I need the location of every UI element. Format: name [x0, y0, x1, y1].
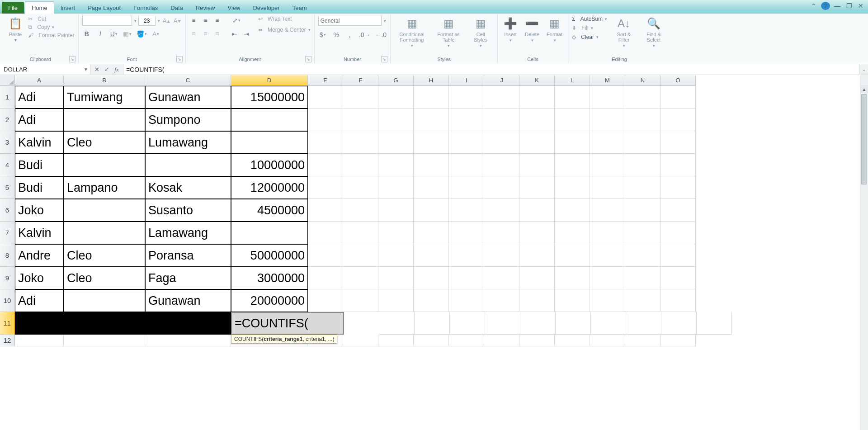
cell-H4[interactable]: [414, 154, 449, 176]
cell-L11[interactable]: [591, 312, 626, 335]
format-painter-button[interactable]: 🖌 Format Painter: [27, 32, 75, 39]
cell-N1[interactable]: [625, 86, 660, 109]
italic-button[interactable]: I: [96, 29, 105, 38]
cell-K12[interactable]: [519, 335, 555, 346]
font-name-input[interactable]: [82, 16, 132, 26]
cell-D5[interactable]: 12000000: [231, 176, 308, 199]
row-header-9[interactable]: 9: [0, 267, 15, 289]
font-launcher[interactable]: ↘: [176, 56, 183, 62]
paste-button[interactable]: 📋 Paste ▼: [5, 15, 25, 43]
cell-F4[interactable]: [343, 154, 378, 176]
decrease-indent-icon[interactable]: ⇤: [230, 29, 239, 38]
grow-font-icon[interactable]: A▴: [162, 16, 171, 25]
cell-H12[interactable]: [414, 335, 449, 346]
scroll-up-icon[interactable]: ▲: [860, 85, 868, 93]
column-header-H[interactable]: H: [414, 75, 449, 86]
cell-H10[interactable]: [414, 289, 449, 312]
column-header-D[interactable]: D: [231, 75, 308, 86]
cell-L9[interactable]: [555, 267, 590, 289]
cell-I9[interactable]: [449, 267, 484, 289]
cell-J5[interactable]: [484, 176, 519, 199]
cell-A10[interactable]: Adi: [15, 289, 64, 312]
cell-D9[interactable]: 3000000: [231, 267, 308, 289]
font-size-input[interactable]: [138, 16, 156, 26]
cell-I8[interactable]: [449, 244, 484, 267]
tab-formulas[interactable]: Formulas: [127, 2, 164, 14]
cell-F8[interactable]: [343, 244, 378, 267]
cell-J8[interactable]: [484, 244, 519, 267]
row-header-4[interactable]: 4: [0, 154, 15, 176]
minimize-icon[interactable]: —: [833, 2, 842, 10]
cell-J10[interactable]: [484, 289, 519, 312]
tab-page-layout[interactable]: Page Layout: [81, 2, 127, 14]
cell-C9[interactable]: Faga: [145, 267, 231, 289]
column-header-E[interactable]: E: [308, 75, 343, 86]
cell-B4[interactable]: [64, 154, 145, 176]
cell-K1[interactable]: [519, 86, 555, 109]
clear-button[interactable]: ◇ Clear▾: [571, 33, 608, 41]
cell-B3[interactable]: Cleo: [64, 131, 145, 154]
cell-H9[interactable]: [414, 267, 449, 289]
cell-D4[interactable]: 10000000: [231, 154, 308, 176]
clipboard-launcher[interactable]: ↘: [69, 56, 75, 62]
cell-G8[interactable]: [378, 244, 414, 267]
cell-F12[interactable]: [343, 335, 378, 346]
cell-O4[interactable]: [660, 154, 696, 176]
cell-A1[interactable]: Adi: [15, 86, 64, 109]
cell-H6[interactable]: [414, 199, 449, 222]
delete-cells-button[interactable]: ➖Delete▾: [522, 15, 542, 43]
cell-J6[interactable]: [484, 199, 519, 222]
cell-A2[interactable]: Adi: [15, 109, 64, 131]
cell-N5[interactable]: [625, 176, 660, 199]
cell-L2[interactable]: [555, 109, 590, 131]
decrease-decimal-button[interactable]: ←.0: [375, 30, 387, 39]
cell-A3[interactable]: Kalvin: [15, 131, 64, 154]
cell-O12[interactable]: [660, 335, 696, 346]
align-middle-icon[interactable]: ≡: [201, 16, 210, 25]
minimize-ribbon-icon[interactable]: ⌃: [809, 2, 818, 10]
cell-M6[interactable]: [590, 199, 625, 222]
row-header-3[interactable]: 3: [0, 131, 15, 154]
cell-F1[interactable]: [343, 86, 378, 109]
row-header-11[interactable]: 11: [0, 312, 15, 335]
borders-button[interactable]: ▦▾: [123, 29, 132, 38]
sort-filter-button[interactable]: A↓Sort & Filter▾: [610, 15, 638, 49]
format-cells-button[interactable]: ▦Format▾: [544, 15, 565, 43]
restore-icon[interactable]: ❐: [844, 2, 854, 10]
column-header-A[interactable]: A: [15, 75, 64, 86]
cell-I4[interactable]: [449, 154, 484, 176]
cell-G6[interactable]: [378, 199, 414, 222]
cell-O6[interactable]: [660, 199, 696, 222]
find-select-button[interactable]: 🔍Find & Select▾: [640, 15, 668, 49]
cell-E2[interactable]: [308, 109, 343, 131]
tab-file[interactable]: File: [2, 2, 24, 14]
scroll-thumb[interactable]: [861, 94, 867, 184]
cell-L5[interactable]: [555, 176, 590, 199]
cell-K4[interactable]: [519, 154, 555, 176]
cell-C10[interactable]: Gunawan: [145, 289, 231, 312]
accounting-format-button[interactable]: $▾: [318, 30, 327, 39]
cell-H5[interactable]: [414, 176, 449, 199]
cell-N9[interactable]: [625, 267, 660, 289]
cell-O7[interactable]: [660, 222, 696, 244]
cell-M5[interactable]: [590, 176, 625, 199]
cell-J1[interactable]: [484, 86, 519, 109]
tab-review[interactable]: Review: [189, 2, 222, 14]
cell-D7[interactable]: [231, 222, 308, 244]
cell-E7[interactable]: [308, 222, 343, 244]
cell-M1[interactable]: [590, 86, 625, 109]
cell-G10[interactable]: [378, 289, 414, 312]
align-left-icon[interactable]: ≡: [189, 29, 198, 38]
expand-formula-bar[interactable]: ⌄: [859, 64, 868, 75]
cell-D6[interactable]: 4500000: [231, 199, 308, 222]
cell-F11[interactable]: [379, 312, 415, 335]
tab-developer[interactable]: Developer: [246, 2, 286, 14]
fill-button[interactable]: ⬇ Fill▾: [571, 24, 608, 32]
cell-O9[interactable]: [660, 267, 696, 289]
cell-E9[interactable]: [308, 267, 343, 289]
cell-G7[interactable]: [378, 222, 414, 244]
bold-button[interactable]: B: [82, 29, 91, 38]
cell-K5[interactable]: [519, 176, 555, 199]
format-as-table-button[interactable]: ▦Format as Table▾: [432, 15, 465, 49]
cell-G3[interactable]: [378, 131, 414, 154]
